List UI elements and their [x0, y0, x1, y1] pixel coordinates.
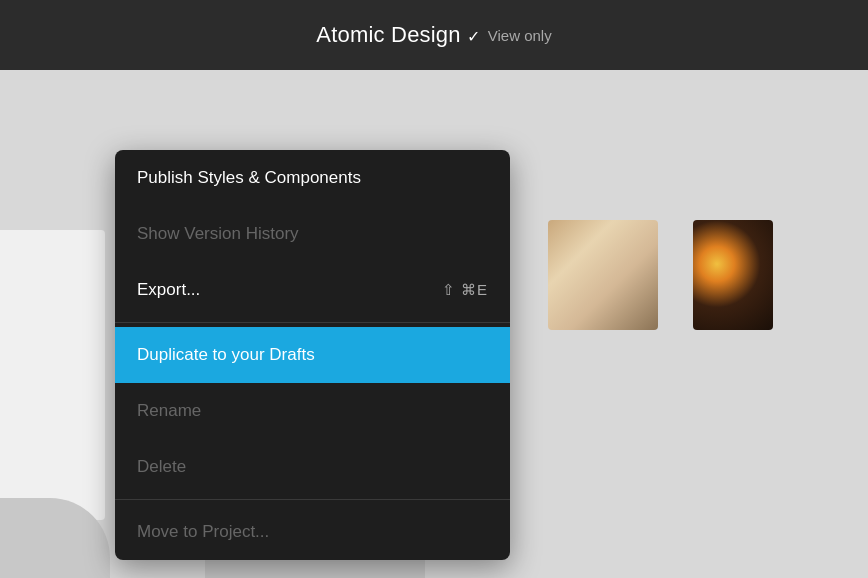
menu-label-duplicate: Duplicate to your Drafts: [137, 345, 315, 365]
menu-label-move: Move to Project...: [137, 522, 269, 542]
menu-label-rename: Rename: [137, 401, 201, 421]
chevron-down-icon[interactable]: ✓: [467, 27, 480, 46]
export-shortcut: ⇧ ⌘E: [442, 281, 488, 299]
header: Atomic Design ✓ View only: [0, 0, 868, 70]
header-title-area[interactable]: Atomic Design ✓: [316, 22, 479, 48]
thumbnail-bokeh: [693, 220, 773, 330]
dropdown-menu: Publish Styles & Components Show Version…: [115, 150, 510, 560]
menu-label-export: Export...: [137, 280, 200, 300]
menu-item-publish[interactable]: Publish Styles & Components: [115, 150, 510, 206]
thumbnail-dinner: [548, 220, 658, 330]
menu-label-version-history: Show Version History: [137, 224, 299, 244]
menu-item-version-history: Show Version History: [115, 206, 510, 262]
menu-label-publish: Publish Styles & Components: [137, 168, 361, 188]
menu-item-duplicate[interactable]: Duplicate to your Drafts: [115, 327, 510, 383]
canvas-area: Publish Styles & Components Show Version…: [0, 70, 868, 578]
menu-item-export[interactable]: Export... ⇧ ⌘E: [115, 262, 510, 318]
menu-item-move: Move to Project...: [115, 504, 510, 560]
menu-item-delete: Delete: [115, 439, 510, 495]
document-title: Atomic Design: [316, 22, 460, 48]
dinner-image: [548, 220, 658, 330]
menu-label-delete: Delete: [137, 457, 186, 477]
left-card: [0, 230, 105, 520]
view-only-label: View only: [488, 27, 552, 44]
divider-2: [115, 499, 510, 500]
divider-1: [115, 322, 510, 323]
bokeh-image: [693, 220, 773, 330]
menu-item-rename: Rename: [115, 383, 510, 439]
